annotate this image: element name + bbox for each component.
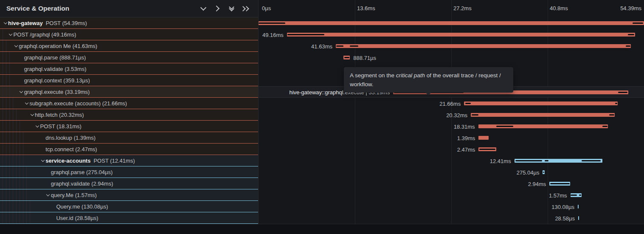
span-bar-row[interactable]: 20.32ms — [259, 109, 644, 121]
span-bar-row[interactable]: 888.71µs — [259, 52, 644, 63]
critical-path-segment[interactable] — [515, 160, 542, 161]
critical-path-segment[interactable] — [496, 126, 513, 127]
critical-path-segment[interactable] — [465, 103, 471, 104]
span-bar[interactable] — [578, 205, 579, 209]
span-name-row[interactable]: User.id (28.58µs) — [0, 212, 258, 224]
span-name-row[interactable]: hive-gatewayPOST (54.39ms) — [0, 17, 258, 29]
span-duration-label: 21.66ms — [439, 100, 461, 107]
span-bar-row[interactable] — [259, 17, 644, 29]
span-bar-row[interactable]: 18.31ms — [259, 121, 644, 132]
indent-guide — [9, 189, 10, 200]
critical-path-segment[interactable] — [609, 114, 614, 116]
indent-guide — [13, 121, 13, 132]
expand-caret-icon[interactable] — [45, 192, 51, 198]
span-name-row[interactable]: service-accountsPOST (12.41ms) — [0, 155, 258, 166]
span-bar[interactable] — [478, 147, 496, 151]
expand-caret-icon[interactable] — [24, 101, 29, 106]
expand-caret-icon[interactable] — [29, 112, 35, 118]
expand-caret-icon[interactable] — [3, 20, 8, 26]
expand-caret-icon[interactable] — [19, 89, 24, 95]
span-bar-row[interactable]: 130.08µs — [259, 201, 644, 212]
indent-guide — [13, 132, 13, 143]
critical-path-segment[interactable] — [344, 57, 349, 58]
critical-path-segment[interactable] — [615, 103, 617, 104]
caret-spacer — [40, 147, 45, 152]
span-bar[interactable] — [515, 159, 602, 163]
span-name-row[interactable]: graphql.validate (3.53ms) — [0, 63, 258, 75]
span-name-row[interactable]: POST (18.31ms) — [0, 121, 258, 132]
span-name-row[interactable]: dns.lookup (1.39ms) — [0, 132, 258, 144]
span-bar[interactable] — [549, 182, 570, 186]
indent-guide — [26, 166, 27, 178]
span-bar[interactable] — [464, 101, 618, 105]
critical-path-segment[interactable] — [259, 23, 285, 24]
span-bar-row[interactable]: 1.39ms — [259, 132, 644, 144]
span-bar-row[interactable]: 28.58µs — [259, 212, 644, 224]
critical-path-segment[interactable] — [602, 126, 608, 127]
span-bar[interactable] — [571, 193, 582, 197]
span-bar[interactable] — [471, 113, 615, 117]
span-bar-row[interactable]: 21.66ms — [259, 98, 644, 109]
critical-path-segment[interactable] — [628, 34, 634, 35]
span-name-row[interactable]: http.fetch (20.32ms) — [0, 109, 258, 121]
span-bar[interactable] — [259, 21, 644, 25]
critical-path-segment[interactable] — [626, 45, 630, 47]
span-bar[interactable] — [478, 136, 488, 140]
caret-spacer — [45, 181, 51, 186]
indent-guide — [20, 155, 20, 166]
span-bar-row[interactable]: 41.63ms — [259, 40, 644, 52]
chevron-right-icon[interactable] — [214, 5, 221, 12]
span-name-row[interactable]: graphql.parse (275.04µs) — [0, 166, 258, 178]
span-duration-label: 2.47ms — [457, 146, 475, 152]
double-chevron-down-icon[interactable] — [228, 5, 235, 12]
critical-path-segment[interactable] — [336, 45, 344, 47]
span-name-row[interactable]: Query.me (130.08µs) — [0, 201, 258, 212]
critical-path-segment[interactable] — [472, 114, 478, 116]
critical-path-segment[interactable] — [543, 172, 545, 173]
span-bar[interactable] — [336, 44, 631, 48]
chevron-down-icon[interactable] — [200, 5, 207, 12]
span-name-row[interactable]: graphql.parse (888.71µs) — [0, 52, 258, 63]
span-bar[interactable] — [478, 124, 608, 128]
span-name-row[interactable]: graphql.operation Me (41.63ms) — [0, 40, 258, 52]
span-name-row[interactable]: graphql.context (359.13µs) — [0, 75, 258, 86]
span-name-label: service-accountsPOST (12.41ms) — [45, 158, 135, 164]
critical-path-segment[interactable] — [579, 195, 581, 196]
span-bar[interactable] — [287, 33, 636, 37]
span-name-row[interactable]: graphql.validate (2.94ms) — [0, 178, 258, 189]
span-name-row[interactable]: graphql.execute (33.19ms) — [0, 86, 258, 98]
expand-caret-icon[interactable] — [35, 124, 40, 129]
span-bar-row[interactable]: 1.57ms — [259, 189, 644, 201]
span-bar[interactable] — [343, 56, 350, 59]
caret-spacer — [51, 204, 56, 209]
span-bar-row[interactable]: 2.47ms — [259, 144, 644, 155]
span-bar[interactable] — [543, 170, 545, 174]
critical-path-segment[interactable] — [633, 23, 643, 24]
critical-path-segment[interactable] — [550, 183, 570, 184]
indent-guide — [23, 178, 23, 189]
span-name-row[interactable]: tcp.connect (2.47ms) — [0, 144, 258, 155]
critical-path-segment[interactable] — [479, 149, 495, 150]
span-bar-row[interactable]: 2.94ms — [259, 178, 644, 189]
span-bar-row[interactable]: 12.41ms — [259, 155, 644, 166]
critical-path-segment[interactable] — [287, 34, 325, 35]
indent-guide — [6, 75, 6, 86]
span-bar-row[interactable]: 49.16ms — [259, 29, 644, 40]
expand-caret-icon[interactable] — [8, 32, 14, 37]
critical-path-segment[interactable] — [582, 160, 601, 161]
expand-caret-icon[interactable] — [13, 43, 19, 49]
span-name-row[interactable]: query.Me (1.57ms) — [0, 189, 258, 201]
indent-guide — [13, 178, 13, 189]
critical-path-segment[interactable] — [350, 45, 358, 47]
span-name-row[interactable]: POST /graphql (49.16ms) — [0, 29, 258, 40]
critical-path-segment[interactable] — [571, 195, 577, 196]
double-chevron-right-icon[interactable] — [242, 5, 249, 12]
expand-caret-icon[interactable] — [40, 158, 45, 164]
span-bar-row[interactable]: 275.04µs — [259, 166, 644, 178]
indent-guide — [23, 201, 23, 212]
indent-guide — [9, 98, 10, 109]
critical-path-segment[interactable] — [618, 92, 627, 93]
span-bar[interactable] — [578, 216, 579, 220]
span-name-row[interactable]: subgraph.execute (accounts) (21.66ms) — [0, 98, 258, 109]
critical-path-segment[interactable] — [545, 160, 548, 161]
